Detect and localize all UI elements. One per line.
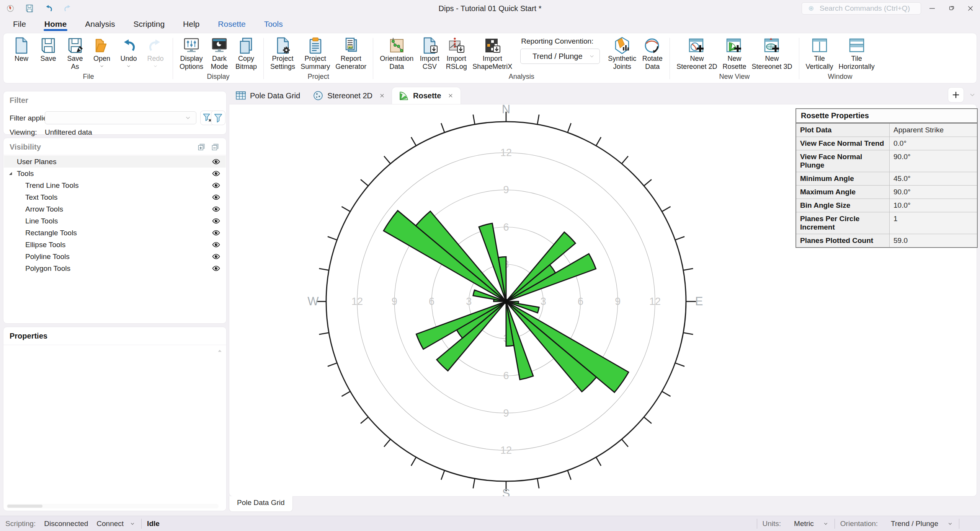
property-row-maximum-angle: Maximum Angle90.0° xyxy=(796,185,977,199)
copy-bitmap-button[interactable]: CopyBitmap xyxy=(234,36,258,72)
undo-button[interactable]: Undo xyxy=(117,36,140,70)
menu-file[interactable]: File xyxy=(4,17,35,32)
new-stereonet-3d-button[interactable]: NewStereonet 3D xyxy=(750,36,793,72)
eye-icon[interactable] xyxy=(212,264,220,273)
orientation-dropdown-chevron-icon[interactable] xyxy=(947,520,954,527)
connect-dropdown-chevron-icon[interactable] xyxy=(129,520,136,527)
visibility-row-polygon-tools[interactable]: Polygon Tools xyxy=(4,262,226,274)
rosette-icon xyxy=(398,90,410,101)
property-value[interactable]: 45.0° xyxy=(890,172,977,185)
menu-home[interactable]: Home xyxy=(35,17,76,32)
eye-icon[interactable] xyxy=(212,240,220,249)
import-csv-icon xyxy=(420,36,439,55)
menu-rosette[interactable]: Rosette xyxy=(209,17,255,32)
open-button[interactable]: Open xyxy=(90,36,114,70)
menu-tools[interactable]: Tools xyxy=(255,17,292,32)
visibility-row-polyline-tools[interactable]: Polyline Tools xyxy=(4,251,226,262)
visibility-row-arrow-tools[interactable]: Arrow Tools xyxy=(4,203,226,215)
new-button[interactable]: New xyxy=(10,36,33,64)
apply-filter-button[interactable] xyxy=(211,111,225,125)
visibility-row-text-tools[interactable]: Text Tools xyxy=(4,191,226,203)
rotate-data-button[interactable]: RotateData xyxy=(640,36,664,72)
eye-icon[interactable] xyxy=(212,217,220,225)
rotate-data-icon xyxy=(643,36,662,55)
report-generator-button[interactable]: ReportGenerator xyxy=(334,36,368,72)
tab-rosette[interactable]: Rosette xyxy=(392,87,461,104)
import-rslog-icon xyxy=(447,36,466,55)
new-rosette-button[interactable]: NewRosette xyxy=(721,36,747,72)
eye-icon[interactable] xyxy=(212,157,220,166)
units-dropdown-chevron-icon[interactable] xyxy=(822,520,829,527)
dark-mode-button[interactable]: DarkMode xyxy=(207,36,231,72)
orientation-data-button[interactable]: OrientationData xyxy=(379,36,415,72)
visibility-row-line-tools[interactable]: Line Tools xyxy=(4,215,226,227)
eye-icon[interactable] xyxy=(212,169,220,178)
visibility-row-rectangle-tools[interactable]: Rectangle Tools xyxy=(4,227,226,239)
tile-vertically-button[interactable]: TileVertically xyxy=(805,36,835,72)
horizontal-scrollbar[interactable] xyxy=(7,504,219,508)
button-label: Horizontally xyxy=(839,63,875,71)
svg-text:9: 9 xyxy=(503,407,509,419)
restore-button[interactable] xyxy=(942,0,961,17)
property-value[interactable]: 0.0° xyxy=(890,137,977,150)
filter-applied-combobox[interactable] xyxy=(45,111,196,124)
close-tab-icon[interactable] xyxy=(378,92,386,99)
units-value[interactable]: Metric xyxy=(794,520,814,528)
properties-panel-header: Properties xyxy=(3,327,226,344)
tab-stereonet-2d[interactable]: Stereonet 2D xyxy=(306,87,392,104)
close-tab-icon[interactable] xyxy=(447,92,454,99)
eye-icon[interactable] xyxy=(212,181,220,190)
menu-help[interactable]: Help xyxy=(174,17,209,32)
eye-icon[interactable] xyxy=(212,228,220,237)
property-row-view-face-normal-plunge: View Face Normal Plunge90.0° xyxy=(796,150,977,172)
menu-analysis[interactable]: Analysis xyxy=(76,17,124,32)
tile-vertically-icon xyxy=(810,36,829,55)
tab-pole-data-grid[interactable]: Pole Data Grid xyxy=(229,87,306,104)
property-label: Minimum Angle xyxy=(796,172,890,185)
display-options-button[interactable]: DisplayOptions xyxy=(178,36,204,72)
collapse-all-button[interactable] xyxy=(210,142,221,153)
property-value[interactable]: 59.0 xyxy=(890,234,977,247)
new-stereonet-2d-button[interactable]: NewStereonet 2D xyxy=(675,36,718,72)
chevron-down-icon xyxy=(126,63,132,69)
search-input[interactable]: Search Commands (Ctrl+Q) xyxy=(802,2,921,15)
ribbon-group-project: ProjectSettingsProjectSummaryReportGener… xyxy=(269,36,368,82)
visibility-row-trend-line-tools[interactable]: Trend Line Tools xyxy=(4,179,226,191)
tab-list-chevron-icon[interactable] xyxy=(968,90,977,99)
eye-icon[interactable] xyxy=(212,205,220,213)
property-value[interactable]: 90.0° xyxy=(890,150,977,172)
eye-icon[interactable] xyxy=(212,252,220,261)
synthetic-joints-button[interactable]: SyntheticJoints xyxy=(607,36,637,72)
property-value[interactable]: 10.0° xyxy=(890,199,977,212)
minimize-button[interactable] xyxy=(923,0,942,17)
bottom-tab-pole-data-grid[interactable]: Pole Data Grid xyxy=(229,496,293,512)
property-value[interactable]: Apparent Strike xyxy=(890,124,977,137)
menu-scripting[interactable]: Scripting xyxy=(124,17,174,32)
property-value[interactable]: 90.0° xyxy=(890,186,977,199)
eye-icon[interactable] xyxy=(212,193,220,202)
report-generator-icon xyxy=(342,36,360,55)
visibility-row-ellipse-tools[interactable]: Ellipse Tools xyxy=(4,239,226,251)
orientation-value[interactable]: Trend / Plunge xyxy=(891,520,938,528)
property-value[interactable]: 1 xyxy=(890,212,977,234)
button-label: Orientation xyxy=(380,55,413,63)
import-shapemetrix-button[interactable]: ImportShapeMetriX xyxy=(471,36,513,72)
expand-all-button[interactable] xyxy=(196,142,207,153)
import-csv-button[interactable]: ImportCSV xyxy=(418,36,441,72)
project-summary-button[interactable]: ProjectSummary xyxy=(299,36,331,72)
visibility-row-user-planes[interactable]: User Planes xyxy=(4,156,226,168)
close-button[interactable] xyxy=(961,0,980,17)
add-view-button[interactable] xyxy=(948,87,964,103)
visibility-row-tools[interactable]: Tools xyxy=(4,168,226,179)
scrollbar-up-arrow[interactable] xyxy=(216,347,224,355)
tree-expander-icon[interactable] xyxy=(8,171,13,176)
import-rslog-button[interactable]: ImportRSLog xyxy=(444,36,468,72)
tile-horizontally-button[interactable]: TileHorizontally xyxy=(838,36,876,72)
save-as-button[interactable]: SaveAs xyxy=(63,36,87,72)
new-stereonet-2d-icon xyxy=(688,36,706,55)
new-rosette-icon xyxy=(725,36,743,55)
connect-button[interactable]: Connect xyxy=(96,520,124,528)
save-button[interactable]: Save xyxy=(36,36,60,64)
reporting-convention-dropdown[interactable]: Trend / Plunge xyxy=(520,49,600,64)
project-settings-button[interactable]: ProjectSettings xyxy=(269,36,296,72)
